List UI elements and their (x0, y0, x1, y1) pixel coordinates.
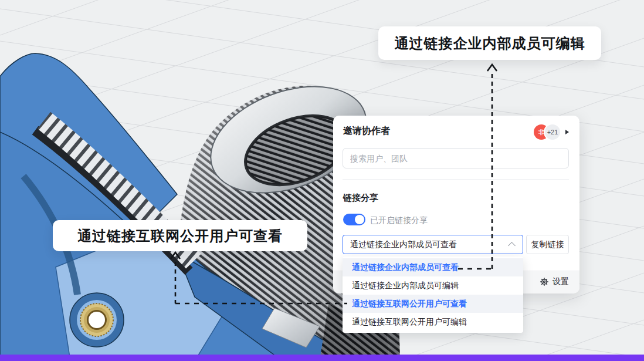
permission-select-value: 通过链接企业内部成员可查看 (343, 239, 509, 250)
settings-button[interactable]: 设置 (540, 276, 569, 287)
chevron-up-icon (508, 242, 516, 249)
callout-view-permission-label: 通过链接互联网公开用户可查看 (77, 227, 283, 245)
link-share-toggle[interactable] (343, 214, 365, 225)
toggle-label: 已开启链接分享 (370, 215, 428, 226)
brand-accent-bar (0, 355, 644, 361)
menu-item-internal-edit[interactable]: 通过链接企业内部成员可编辑 (343, 276, 523, 295)
callout-edit-permission-label: 通过链接企业内部成员可编辑 (395, 34, 585, 53)
callout-view-permission: 通过链接互联网公开用户可查看 (53, 220, 307, 251)
divider (343, 179, 569, 180)
menu-item-public-edit[interactable]: 通过链接互联网公开用户可编辑 (343, 313, 523, 331)
toggle-knob (355, 215, 364, 224)
menu-item-public-view[interactable]: 通过链接互联网公开用户可查看 (343, 295, 523, 313)
search-input[interactable] (343, 148, 569, 168)
copy-link-button[interactable]: 复制链接 (526, 235, 569, 254)
permission-select[interactable]: 通过链接企业内部成员可查看 (343, 235, 523, 254)
settings-label: 设置 (553, 276, 569, 287)
collaborators-overflow-badge: +21 (544, 123, 561, 141)
menu-item-internal-view[interactable]: 通过链接企业内部成员可查看 (343, 258, 523, 276)
permission-dropdown-menu: 通过链接企业内部成员可查看 通过链接企业内部成员可编辑 通过链接互联网公开用户可… (343, 257, 523, 333)
caret-right-icon (565, 130, 569, 134)
dialog-title: 邀请协作者 (343, 125, 390, 137)
gear-icon (540, 277, 549, 286)
golden-bushing (70, 293, 124, 347)
app-canvas: 通过链接企业内部成员可编辑 通过链接互联网公开用户可查看 邀请协作者 非 +21… (0, 0, 644, 361)
callout-edit-permission: 通过链接企业内部成员可编辑 (378, 26, 601, 60)
collaborators-button[interactable]: 非 +21 (534, 124, 569, 140)
link-share-section-title: 链接分享 (343, 193, 378, 204)
